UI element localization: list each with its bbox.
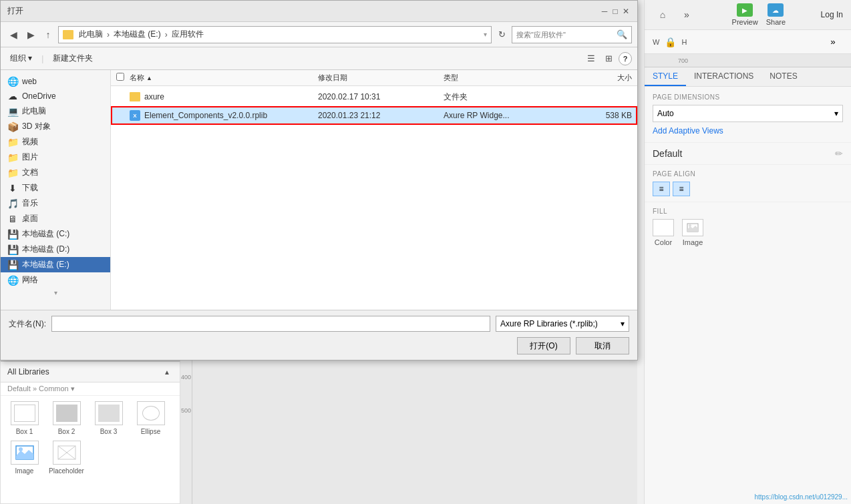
ruler-area: 700 bbox=[645, 54, 851, 67]
sidebar-item-music[interactable]: 🎵 音乐 bbox=[1, 196, 110, 211]
filetype-dropdown[interactable]: Axure RP Libraries (*.rplib;) ▾ bbox=[496, 316, 629, 332]
page-align-label: PAGE ALIGN bbox=[653, 170, 843, 178]
minimize-button[interactable]: ─ bbox=[600, 7, 609, 16]
list-item[interactable]: Box 2 bbox=[48, 401, 85, 435]
table-row[interactable]: axure 2020.02.17 10:31 文件夹 bbox=[111, 87, 637, 106]
sidebar-item-disk-c[interactable]: 💾 本地磁盘 (C:) bbox=[1, 226, 110, 242]
breadcrumb[interactable]: 此电脑 › 本地磁盘 (E:) › 应用软件 ▾ bbox=[58, 26, 492, 43]
expand-panels-button[interactable]: » bbox=[677, 5, 697, 25]
page-dim-dropdown[interactable]: Auto ▾ bbox=[653, 105, 843, 122]
dialog-footer: 文件名(N): Axure RP Libraries (*.rplib;) ▾ … bbox=[1, 310, 637, 360]
widget-label: Image bbox=[15, 467, 34, 475]
edit-icon[interactable]: ✏ bbox=[835, 148, 843, 159]
libraries-up-button[interactable]: ▲ bbox=[161, 366, 173, 378]
view-list-icon[interactable]: ☰ bbox=[584, 51, 599, 66]
sidebar-item-computer[interactable]: 💻 此电脑 bbox=[1, 103, 110, 119]
image-widget-icon bbox=[15, 445, 34, 460]
tab-style[interactable]: STYLE bbox=[645, 67, 686, 86]
cancel-button[interactable]: 取消 bbox=[576, 337, 629, 354]
preview-icon: ▶ bbox=[737, 3, 753, 17]
sidebar-item-network[interactable]: 🌐 网络 bbox=[1, 272, 110, 288]
tab-interactions[interactable]: INTERACTIONS bbox=[686, 67, 761, 86]
expand-dim-button[interactable]: » bbox=[823, 32, 843, 52]
sidebar-item-3d[interactable]: 📦 3D 对象 bbox=[1, 119, 110, 134]
sidebar-item-web[interactable]: 🌐 web bbox=[1, 74, 110, 89]
library-subtitle[interactable]: Default » Common ▾ bbox=[1, 383, 180, 396]
fill-color-option[interactable]: Color bbox=[653, 219, 674, 246]
sidebar-item-picture[interactable]: 📁 图片 bbox=[1, 150, 110, 165]
table-row[interactable]: X Element_Components_v2.0.0.rplib 2020.0… bbox=[111, 106, 637, 125]
col-name-header[interactable]: 名称 ▲ bbox=[130, 73, 318, 83]
search-input[interactable] bbox=[516, 31, 617, 39]
col-date-header[interactable]: 修改日期 bbox=[318, 73, 444, 83]
sidebar-item-disk-d[interactable]: 💾 本地磁盘 (D:) bbox=[1, 242, 110, 257]
sidebar-item-disk-e[interactable]: 💾 本地磁盘 (E:) bbox=[1, 257, 110, 272]
box2-preview bbox=[53, 401, 81, 425]
ruler-400: 400 bbox=[181, 374, 191, 381]
svg-point-3 bbox=[19, 447, 23, 451]
close-button[interactable]: ✕ bbox=[621, 7, 631, 16]
align-center-button[interactable]: ≡ bbox=[673, 182, 690, 196]
open-button[interactable]: 打开(O) bbox=[517, 337, 570, 354]
view-grid-icon[interactable]: ⊞ bbox=[601, 51, 616, 66]
preview-button[interactable]: ▶ Preview bbox=[732, 3, 758, 26]
folder-icon bbox=[130, 92, 140, 101]
col-size-header[interactable]: 大小 bbox=[569, 73, 632, 83]
right-panel: ⌂ » ▶ Preview ☁ Share Log In W 🔒 H » 70 bbox=[644, 0, 851, 504]
h-label: H bbox=[681, 38, 687, 46]
fill-image-box[interactable] bbox=[682, 219, 703, 236]
share-icon: ☁ bbox=[768, 3, 784, 17]
page-dimensions-section: PAGE DIMENSIONS Auto ▾ Add Adaptive View… bbox=[645, 87, 851, 143]
list-item[interactable]: Box 3 bbox=[90, 401, 127, 435]
ruler-500: 500 bbox=[181, 407, 191, 414]
add-adaptive-views-link[interactable]: Add Adaptive Views bbox=[653, 126, 723, 136]
footer-buttons: 打开(O) 取消 bbox=[9, 337, 629, 354]
sidebar-item-label: OneDrive bbox=[22, 91, 56, 101]
fill-image-option[interactable]: Image bbox=[682, 219, 703, 246]
col-type-header[interactable]: 类型 bbox=[444, 73, 569, 83]
sidebar-item-onedrive[interactable]: ☁ OneDrive bbox=[1, 89, 110, 103]
list-item[interactable]: Box 1 bbox=[6, 401, 43, 435]
back-button[interactable]: ◀ bbox=[6, 27, 21, 42]
canvas-area[interactable] bbox=[192, 360, 637, 504]
disk-d-icon: 💾 bbox=[7, 244, 18, 255]
computer-icon: 💻 bbox=[7, 106, 18, 117]
widget-label: Ellipse bbox=[141, 428, 160, 435]
list-item[interactable]: Placeholder bbox=[48, 441, 85, 475]
align-left-icon: ≡ bbox=[659, 184, 663, 194]
share-button[interactable]: ☁ Share bbox=[766, 3, 786, 26]
box3-preview bbox=[95, 401, 123, 425]
watermark-link[interactable]: https://blog.csdn.net/u012929... bbox=[754, 493, 848, 501]
new-folder-button[interactable]: 新建文件夹 bbox=[49, 51, 97, 65]
login-button[interactable]: Log In bbox=[821, 10, 843, 19]
widget-label: Box 3 bbox=[100, 428, 118, 435]
filename-input[interactable] bbox=[51, 316, 490, 332]
page-align-section: PAGE ALIGN ≡ ≡ bbox=[645, 165, 851, 202]
up-button[interactable]: ↑ bbox=[41, 27, 55, 42]
refresh-button[interactable]: ↻ bbox=[494, 27, 509, 42]
lock-w-icon[interactable]: 🔒 bbox=[665, 37, 676, 47]
list-item[interactable]: Ellipse bbox=[132, 401, 169, 435]
tab-notes[interactable]: NOTES bbox=[761, 67, 805, 86]
align-left-button[interactable]: ≡ bbox=[653, 182, 670, 196]
maximize-button[interactable]: □ bbox=[611, 7, 620, 16]
sidebar-item-doc[interactable]: 📁 文档 bbox=[1, 165, 110, 180]
organize-button[interactable]: 组织 ▾ bbox=[6, 51, 36, 65]
fill-color-box[interactable] bbox=[653, 219, 674, 236]
help-button[interactable]: ? bbox=[619, 52, 632, 65]
nav-toolbar: ◀ ▶ ↑ 此电脑 › 本地磁盘 (E:) › 应用软件 ▾ ↻ 🔍 bbox=[1, 22, 637, 47]
sidebar-item-download[interactable]: ⬇ 下载 bbox=[1, 180, 110, 196]
search-bar: 🔍 bbox=[512, 26, 632, 43]
placeholder-widget-icon bbox=[57, 445, 76, 460]
panel-nav-icon[interactable]: ⌂ bbox=[653, 5, 673, 25]
breadcrumb-folder-icon bbox=[63, 30, 73, 39]
select-all-checkbox[interactable] bbox=[116, 73, 124, 81]
breadcrumb-dropdown[interactable]: ▾ bbox=[484, 31, 487, 38]
music-icon: 🎵 bbox=[7, 198, 18, 209]
sidebar-item-desktop[interactable]: 🖥 桌面 bbox=[1, 211, 110, 226]
sidebar-item-video[interactable]: 📁 视频 bbox=[1, 134, 110, 150]
window-controls: ─ □ ✕ bbox=[600, 7, 631, 16]
list-item[interactable]: Image bbox=[6, 441, 43, 475]
libraries-header: All Libraries ▲ bbox=[1, 362, 180, 383]
forward-button[interactable]: ▶ bbox=[23, 27, 38, 42]
